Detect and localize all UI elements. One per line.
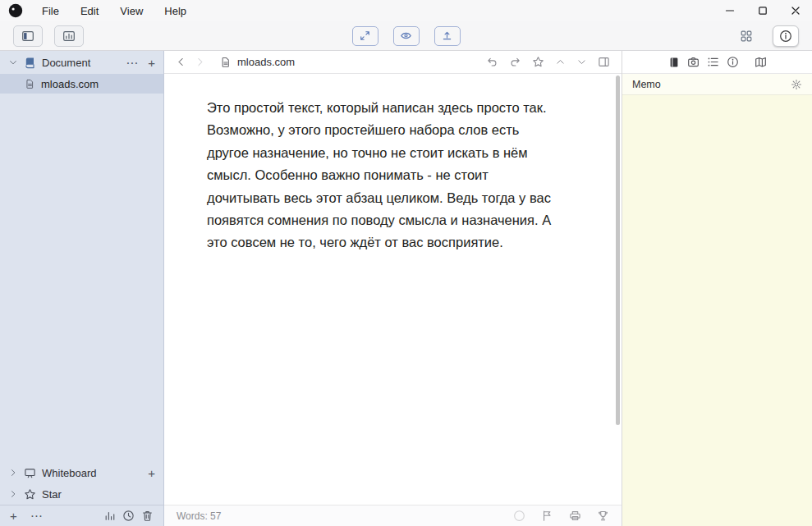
app-window: File Edit View Help — [0, 0, 812, 526]
add-document-button[interactable]: + — [148, 57, 155, 69]
toolbar-left-group — [13, 25, 84, 47]
chevron-down-icon[interactable] — [8, 57, 18, 67]
menu-view[interactable]: View — [109, 0, 154, 21]
document-file-icon — [25, 79, 35, 89]
share-button[interactable] — [434, 26, 461, 46]
info-icon — [779, 30, 792, 43]
menu-help[interactable]: Help — [154, 0, 197, 21]
document-tab-bar: mloads.com — [164, 51, 622, 74]
chevron-right-icon[interactable] — [8, 489, 18, 499]
info-panel-button[interactable] — [773, 25, 799, 47]
bar-chart-panel-icon — [62, 30, 76, 43]
close-button[interactable] — [779, 0, 812, 21]
progress-circle-icon[interactable] — [513, 510, 525, 522]
print-icon[interactable] — [569, 510, 581, 522]
window-controls — [713, 0, 812, 21]
memo-book-icon[interactable] — [668, 57, 680, 68]
memo-title: Memo — [632, 79, 661, 90]
status-bar: Words: 57 — [164, 505, 622, 526]
toolbar-center-group — [352, 26, 461, 46]
reader-view-button[interactable] — [393, 26, 420, 46]
word-count: Words: 57 — [177, 510, 221, 522]
star-icon — [24, 488, 36, 501]
whiteboard-label: Whiteboard — [42, 467, 96, 479]
sidebar-footer-right — [103, 510, 154, 522]
star-label: Star — [42, 488, 62, 501]
toolbar — [0, 21, 812, 51]
document-section-label: Document — [42, 57, 90, 69]
gear-icon[interactable] — [791, 79, 802, 90]
right-panel-tabs — [622, 51, 812, 74]
chevron-right-icon[interactable] — [8, 468, 18, 478]
document-file-icon — [220, 57, 232, 68]
eye-icon — [400, 30, 412, 42]
menu-bar: File Edit View Help — [0, 0, 812, 21]
trash-icon[interactable] — [141, 510, 154, 522]
document-tab[interactable]: mloads.com — [220, 56, 295, 68]
book-icon — [24, 57, 36, 69]
tab-actions — [486, 56, 610, 68]
minimize-button[interactable] — [713, 0, 746, 21]
add-whiteboard-button[interactable]: + — [148, 467, 155, 479]
sidebar-item-mloads[interactable]: mloads.com — [0, 74, 163, 94]
document-tab-title: mloads.com — [237, 56, 295, 68]
nav-forward-button[interactable] — [195, 57, 205, 67]
map-icon[interactable] — [755, 56, 767, 68]
document-text-line: появятся сомнения по поводу смысла и наз… — [207, 209, 622, 231]
document-text-line: Это простой текст, который написан здесь… — [207, 97, 622, 119]
document-text-line: другое назначение, но точно не стоит иск… — [207, 142, 622, 164]
maximize-button[interactable] — [746, 0, 779, 21]
menu-file[interactable]: File — [31, 0, 70, 21]
toggle-chart-panel-button[interactable] — [54, 25, 84, 47]
history-icon[interactable] — [122, 510, 135, 522]
info-circle-icon[interactable] — [727, 56, 739, 68]
grid-view-button[interactable] — [733, 25, 759, 47]
sidebar-footer: + ⋯ — [0, 505, 163, 526]
sidebar-item-star[interactable]: Star — [0, 483, 163, 505]
document-section-actions: ⋯ + — [126, 57, 155, 69]
chevron-down-button[interactable] — [576, 57, 587, 67]
column-layout-button[interactable] — [598, 56, 610, 68]
vertical-scrollbar[interactable] — [616, 75, 620, 425]
document-section-header: Document ⋯ + — [0, 51, 163, 74]
toolbar-right-group — [733, 25, 799, 47]
menu-edit[interactable]: Edit — [70, 0, 109, 21]
memo-header: Memo — [622, 74, 812, 95]
statistics-icon[interactable] — [103, 510, 116, 522]
document-text-line: это совсем не то, чего ждёт от вас воспр… — [207, 231, 622, 254]
flag-icon[interactable] — [541, 510, 553, 522]
sidebar-item-label: mloads.com — [41, 78, 99, 90]
sidebar-item-whiteboard[interactable]: Whiteboard + — [0, 462, 163, 483]
star-button[interactable] — [532, 56, 544, 68]
document-area[interactable]: Это простой текст, который написан здесь… — [164, 74, 622, 505]
add-button[interactable]: + — [10, 510, 17, 522]
document-text-line: Возможно, у этого простейшего набора сло… — [207, 119, 622, 141]
undo-button[interactable] — [486, 56, 498, 68]
whiteboard-icon — [24, 467, 36, 479]
sidebar-spacer — [0, 94, 163, 462]
trophy-icon[interactable] — [597, 510, 609, 522]
expand-icon — [359, 30, 371, 42]
toggle-left-panel-button[interactable] — [13, 25, 43, 47]
chevron-up-button[interactable] — [555, 57, 566, 67]
whiteboard-actions: + — [148, 467, 155, 479]
status-actions — [513, 510, 609, 522]
main-content: mloads.com — [164, 51, 622, 526]
grid-icon — [740, 30, 753, 43]
fullscreen-button[interactable] — [352, 26, 378, 46]
right-panel: Memo — [622, 51, 812, 526]
redo-button[interactable] — [509, 56, 521, 68]
panel-left-icon — [21, 30, 34, 43]
left-sidebar: Document ⋯ + mloads.com — [0, 51, 164, 526]
document-text-line: дочитывать весь этот абзац целиком. Ведь… — [207, 187, 622, 209]
app-logo-icon — [8, 3, 23, 18]
upload-icon — [441, 30, 453, 42]
memo-note-area[interactable] — [622, 95, 812, 526]
list-icon[interactable] — [707, 56, 719, 68]
nav-back-button[interactable] — [176, 57, 186, 67]
app-body: Document ⋯ + mloads.com — [0, 51, 812, 526]
more-button[interactable]: ⋯ — [126, 57, 138, 69]
document-text-line: смысл. Особенно важно понимать - не стои… — [207, 164, 622, 186]
camera-icon[interactable] — [687, 56, 700, 68]
more-button[interactable]: ⋯ — [30, 510, 43, 522]
